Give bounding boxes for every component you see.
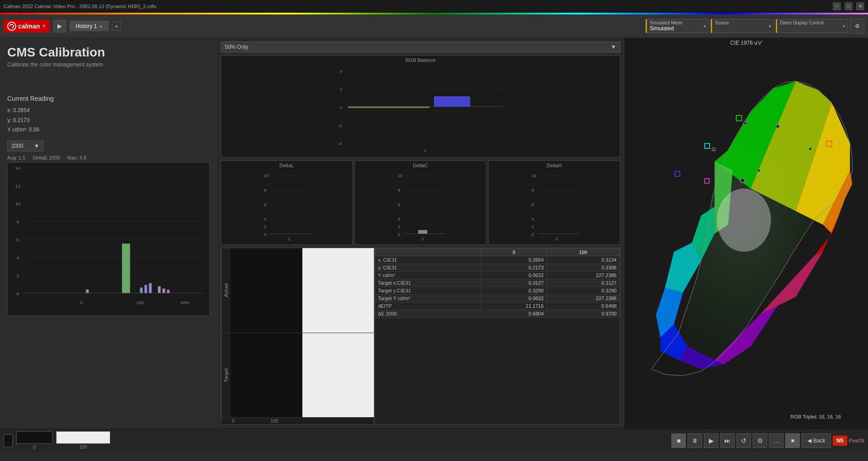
table-cell-label: y: CIE31	[375, 264, 481, 272]
calman-logo-icon	[7, 22, 16, 31]
filter-dropdown[interactable]: 50% Only ▼	[221, 42, 620, 52]
delta-h-svg: 10 8 6 4 2 0 0	[491, 169, 618, 241]
svg-text:2: 2	[340, 87, 342, 92]
table-row: x: CIE310.26540.3134	[375, 256, 620, 264]
patch-100-label: 100	[80, 445, 87, 450]
reading-values: x: 0.2654 y: 0.2173 Y cd/m²: 0.06	[7, 106, 210, 135]
table-cell-value: 0.2173	[481, 264, 547, 272]
cie-title: CIE 1976 u'v'	[624, 38, 868, 48]
minimize-button[interactable]: ─	[833, 2, 841, 10]
loop-button[interactable]: ↺	[736, 433, 751, 448]
table-cell-value: 0.9700	[547, 310, 619, 318]
source-label: Source	[715, 20, 771, 25]
svg-point-89	[757, 169, 760, 172]
table-cell-value: 0.2654	[481, 256, 547, 264]
bottom-controls: ■ ⏸ ▶ ⏭ ↺ ⚙ … ■ ◀ Back N5 Post76	[671, 433, 864, 448]
target-label: Target	[221, 333, 231, 418]
table-cell-value: 0.3290	[481, 287, 547, 295]
play-button[interactable]: ▶	[53, 20, 66, 33]
table-cell-value: 0.3134	[547, 256, 619, 264]
maximize-button[interactable]: □	[844, 2, 853, 10]
settings-button[interactable]: ⚙	[850, 19, 864, 33]
meter-dropdown-arrow: ▼	[703, 24, 707, 28]
svg-text:0: 0	[340, 105, 342, 110]
left-panel: CMS Calibration Calibrate the color mana…	[0, 38, 217, 428]
play-bottom-button[interactable]: ▶	[704, 433, 718, 448]
cie-chart-area: RGB Triplet: 16, 16, 16	[624, 48, 868, 428]
window-title: Calman 2022 Calman Video Pro - 2002.08.1…	[4, 4, 156, 9]
back-button[interactable]: ◀ Back	[802, 433, 831, 448]
calman-logo: calman ▼	[4, 20, 50, 33]
table-cell-label: Target y:CIE31	[375, 287, 481, 295]
delta-l-chart: DeltaL 10 8 6 4 2 0 0	[221, 160, 353, 245]
svg-text:0: 0	[288, 237, 290, 241]
svg-text:0: 0	[424, 149, 426, 153]
patch-white-box	[56, 431, 110, 444]
data-table: 0 100 x: CIE310.26540.3134y: CIE310.2173…	[375, 248, 620, 318]
logo-text: calman	[18, 23, 40, 30]
table-row: Target x:CIE310.31270.3127	[375, 279, 620, 287]
ddc-value	[780, 25, 845, 32]
svg-rect-88	[705, 179, 709, 183]
svg-text:2: 2	[398, 225, 400, 229]
skip-button[interactable]: ⏭	[720, 433, 735, 448]
svg-text:0: 0	[532, 232, 534, 237]
window-controls[interactable]: ─ □ ✕	[833, 2, 864, 10]
table-cell-value: 0.3127	[547, 279, 619, 287]
meter-dropdown[interactable]: Simulated Meter Simulated ▼	[646, 19, 709, 33]
source-dropdown[interactable]: Source ▼	[711, 19, 774, 33]
settings2-button[interactable]: ⚙	[753, 433, 767, 448]
svg-text:10: 10	[398, 174, 402, 178]
table-row: dEITP11.17160.6498	[375, 302, 620, 310]
more-button[interactable]: …	[769, 433, 783, 448]
svg-rect-24	[167, 290, 170, 293]
close-button[interactable]: ✕	[856, 2, 864, 10]
table-cell-value: 11.1716	[481, 302, 547, 310]
table-cell-label: x: CIE31	[375, 256, 481, 264]
svg-text:8: 8	[16, 219, 19, 224]
svg-text:8: 8	[398, 188, 400, 193]
ddc-dropdown[interactable]: Direct Display Control ▼	[776, 19, 848, 33]
table-row: ΔE 20000.68040.9700	[375, 310, 620, 318]
table-cell-value: 227.2386	[547, 272, 619, 279]
table-row: Target Y cd/m²0.0632227.2386	[375, 295, 620, 302]
source-dropdown-arrow: ▼	[768, 24, 772, 28]
svg-text:0: 0	[264, 232, 266, 237]
patch-x-labels: 0 100	[221, 417, 374, 424]
histogram-container: 14 12 10 8 6 4 2 0	[7, 162, 210, 316]
stat-deltaE: DeltaE 2000	[33, 155, 60, 160]
table-cell-value: 0.0632	[481, 272, 547, 279]
delta-c-chart: DeltaC 10 8 6 4 2 0 0	[354, 160, 486, 245]
pause-button[interactable]: ⏸	[688, 433, 702, 448]
svg-text:4: 4	[532, 217, 534, 221]
delta-c-svg: 10 8 6 4 2 0 0	[357, 169, 484, 241]
patch-actual-black	[231, 248, 302, 333]
actual-row: Actual	[221, 248, 374, 333]
logo-dropdown-arrow[interactable]: ▼	[42, 24, 46, 28]
year-dropdown[interactable]: 2000 ▼	[7, 141, 43, 151]
history-tab[interactable]: History 1 ✕	[70, 21, 108, 31]
table-cell-label: Target x:CIE31	[375, 279, 481, 287]
add-tab-button[interactable]: +	[112, 22, 121, 31]
patch-target-black	[231, 333, 302, 418]
svg-text:10: 10	[532, 174, 536, 178]
tab-close[interactable]: ✕	[99, 24, 103, 29]
svg-point-84	[809, 147, 811, 150]
stop-button[interactable]: ■	[671, 433, 686, 448]
patch-dark-box	[16, 431, 52, 444]
svg-point-79	[717, 188, 771, 252]
svg-text:100: 100	[136, 300, 144, 305]
reading-Y: Y cd/m²: 0.06	[7, 125, 210, 135]
table-cell-label: Target Y cd/m²	[375, 295, 481, 302]
table-row: y: CIE310.21730.3306	[375, 264, 620, 272]
svg-text:10: 10	[264, 174, 269, 178]
n5-badge: N5	[833, 436, 847, 446]
svg-text:0: 0	[555, 237, 557, 241]
page-title: CMS Calibration	[7, 45, 210, 60]
svg-rect-40	[434, 96, 470, 107]
table-cell-label: dEITP	[375, 302, 481, 310]
patch-white-control: 100	[56, 431, 110, 450]
patch-black-control	[4, 434, 13, 447]
svg-point-82	[776, 124, 779, 128]
patch-x-label-0: 0	[232, 419, 235, 423]
